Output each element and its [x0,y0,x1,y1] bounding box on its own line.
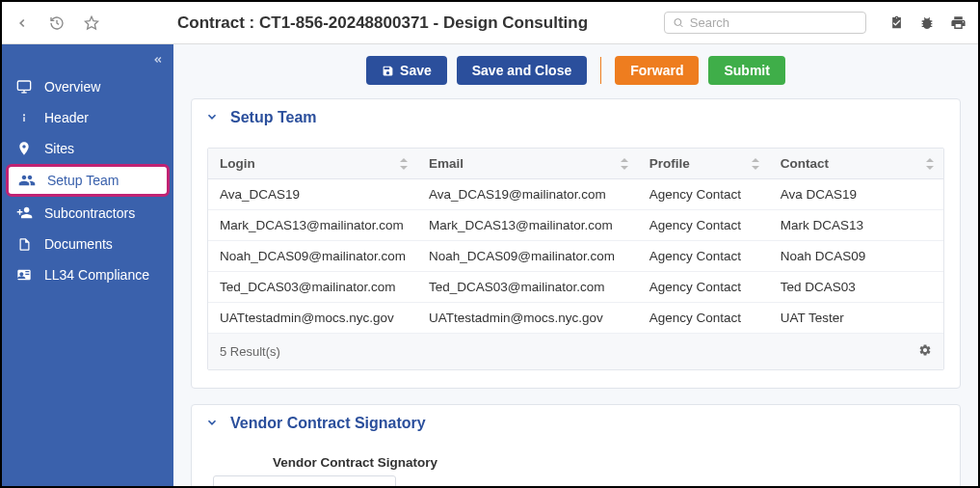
setup-team-panel: Setup Team Login Email Profile Contact [191,98,961,389]
sidebar-item-setup-team[interactable]: Setup Team [6,164,170,197]
history-icon[interactable] [48,14,66,32]
sidebar-item-sites[interactable]: Sites [2,133,173,164]
cell-login: Noah_DCAS09@mailinator.com [208,241,417,272]
signatory-title: Vendor Contract Signatory [230,415,426,432]
chevron-down-icon [205,110,219,126]
svg-point-6 [23,114,25,116]
cell-contact: UAT Tester [769,303,943,334]
cell-email: Mark_DCAS13@mailinator.com [417,210,638,241]
col-email[interactable]: Email [417,149,638,179]
search-icon [673,16,684,29]
chevron-down-icon [205,416,219,432]
users-icon [18,172,36,189]
cell-email: UATtestadmin@mocs.nyc.gov [417,303,638,334]
submit-label: Submit [724,63,769,78]
cell-login: UATtestadmin@mocs.nyc.gov [208,303,417,334]
table-row[interactable]: Ava_DCAS19Ava_DCAS19@mailinator.comAgenc… [208,179,943,210]
svg-point-1 [675,19,681,26]
col-profile[interactable]: Profile [638,149,769,179]
cell-contact: Noah DCAS09 [769,241,943,272]
save-button[interactable]: Save [366,56,447,85]
doc-icon [15,237,33,252]
cell-email: Noah_DCAS09@mailinator.com [417,241,638,272]
sidebar-item-label: LL34 Compliance [44,267,149,283]
cell-contact: Ted DCAS03 [769,272,943,303]
sidebar-item-label: Setup Team [47,173,119,188]
search-input[interactable] [690,15,858,30]
page-title: Contract : CT1-856-20248800371 - Design … [177,14,654,33]
sidebar-item-documents[interactable]: Documents [2,229,173,259]
panel-head-setup-team[interactable]: Setup Team [192,99,960,136]
submit-button[interactable]: Submit [708,56,784,85]
svg-rect-7 [23,117,24,122]
cell-email: Ava_DCAS19@mailinator.com [417,179,638,210]
star-icon[interactable] [83,14,100,32]
topbar-actions [887,14,967,32]
table-row[interactable]: UATtestadmin@mocs.nyc.govUATtestadmin@mo… [208,303,943,334]
cell-profile: Agency Contact [638,241,769,272]
print-icon[interactable] [949,14,967,32]
sidebar-item-label: Documents [44,236,113,252]
svg-marker-0 [85,16,97,29]
topbar: Contract : CT1-856-20248800371 - Design … [2,2,978,44]
search-box[interactable] [664,12,866,34]
svg-rect-3 [17,81,30,90]
table-row[interactable]: Noah_DCAS09@mailinator.comNoah_DCAS09@ma… [208,241,943,272]
cell-profile: Agency Contact [638,303,769,334]
setup-team-title: Setup Team [230,109,317,126]
sidebar-item-label: Subcontractors [44,205,135,221]
cell-contact: Ava DCAS19 [769,179,943,210]
topbar-nav [13,14,168,32]
save-close-button[interactable]: Save and Close [457,56,588,85]
svg-line-2 [680,25,682,27]
save-close-label: Save and Close [472,63,572,78]
clipboard-icon[interactable] [887,14,905,32]
table-row[interactable]: Mark_DCAS13@mailinator.comMark_DCAS13@ma… [208,210,943,241]
table-footer: 5 Result(s) [208,334,943,369]
table-row[interactable]: Ted_DCAS03@mailinator.comTed_DCAS03@mail… [208,272,943,303]
action-row: Save Save and Close Forward Submit [191,56,961,85]
save-label: Save [400,63,432,78]
pin-icon [15,141,33,156]
main-content: Save Save and Close Forward Submit [173,44,978,486]
sidebar-item-label: Overview [44,79,100,95]
gear-icon[interactable] [918,343,932,360]
signatory-field-label: Vendor Contract Signatory [273,455,944,470]
id-card-icon [15,267,33,283]
sidebar-collapse[interactable] [2,52,173,71]
sidebar: OverviewHeaderSitesSetup TeamSubcontract… [2,44,173,486]
cell-login: Ava_DCAS19 [208,179,417,210]
col-login[interactable]: Login [208,149,417,179]
result-count: 5 Result(s) [220,344,280,359]
team-table: Login Email Profile Contact Ava_DCAS19Av… [207,148,944,370]
forward-button[interactable]: Forward [615,56,699,85]
save-icon [382,65,394,77]
sidebar-item-subcontractors[interactable]: Subcontractors [2,197,173,229]
cell-profile: Agency Contact [638,210,769,241]
cell-login: Ted_DCAS03@mailinator.com [208,272,417,303]
col-contact[interactable]: Contact [769,149,943,179]
sidebar-item-overview[interactable]: Overview [2,71,173,102]
cell-email: Ted_DCAS03@mailinator.com [417,272,638,303]
signatory-panel: Vendor Contract Signatory Vendor Contrac… [191,404,961,486]
sidebar-item-header[interactable]: Header [2,102,173,133]
back-icon[interactable] [13,14,31,32]
cell-contact: Mark DCAS13 [769,210,943,241]
panel-head-signatory[interactable]: Vendor Contract Signatory [192,405,960,442]
cell-profile: Agency Contact [638,272,769,303]
forward-label: Forward [630,63,683,78]
info-icon [15,110,33,125]
user-plus-icon [15,204,33,221]
sidebar-item-label: Header [44,110,89,125]
monitor-icon [15,79,33,95]
sidebar-item-ll34-compliance[interactable]: LL34 Compliance [2,259,173,290]
cell-login: Mark_DCAS13@mailinator.com [208,210,417,241]
signatory-input[interactable] [213,475,396,486]
cell-profile: Agency Contact [638,179,769,210]
sidebar-item-label: Sites [44,141,74,156]
button-divider [600,57,601,84]
bug-icon[interactable] [918,14,936,32]
